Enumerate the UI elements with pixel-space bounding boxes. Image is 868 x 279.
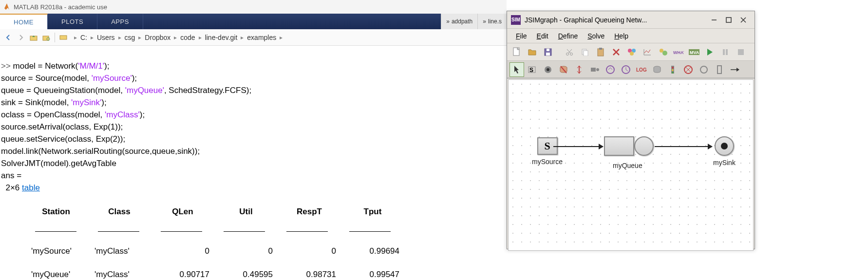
chevron-right-icon: ▸ [117,34,123,41]
select-tool[interactable] [509,62,524,77]
class-switch-tool[interactable] [650,62,664,77]
matlab-title: MATLAB R2018a - academic use [14,3,107,11]
chevron-right-icon: ▸ [73,34,78,41]
node-sink[interactable]: mySink [713,136,736,167]
run-button[interactable] [702,45,717,59]
scaler-tool[interactable] [681,62,696,77]
transition-tool[interactable] [712,62,727,77]
connect-icon [730,67,740,73]
stop-button[interactable] [734,45,748,59]
result-table: StationClassQLenUtilRespTTput 'mySource'… [24,194,506,279]
svg-point-41 [672,67,674,69]
whatif-icon: WHAT [673,48,684,56]
tab-plots[interactable]: PLOTS [48,14,97,29]
crumb-dropbox[interactable]: Dropbox [143,34,172,41]
join-tool[interactable] [587,62,602,77]
drive-icon [59,34,67,41]
new-button[interactable] [509,45,524,59]
browse-button[interactable] [41,32,52,43]
jsim-app-icon: SIM [511,15,521,25]
jsim-toolbar-2: S LOG [507,61,755,78]
semaphore-tool[interactable] [665,62,680,77]
svg-point-36 [606,66,614,74]
whatif-button[interactable]: WHAT [671,45,686,59]
svg-rect-15 [599,48,602,50]
chevron-right-icon: ▸ [172,34,178,41]
menu-solve[interactable]: Solve [583,30,609,42]
jsim-window: SIM JSIMgraph - Graphical Queueing Netw.… [507,11,755,249]
delay-tool[interactable] [619,62,633,77]
router-tool[interactable] [603,62,618,77]
mva-button[interactable]: MVA [687,45,701,59]
forward-button[interactable] [16,32,26,43]
svg-rect-1 [43,36,49,40]
menu-define[interactable]: Define [553,30,583,42]
save-icon [544,48,552,56]
crumb-users[interactable]: Users [95,34,117,41]
svg-rect-5 [726,18,731,22]
td: 0.90717 [151,269,214,279]
td: 0.49595 [214,269,278,279]
node-queue-server[interactable] [634,136,654,156]
tab-home[interactable]: HOME [0,14,48,29]
maximize-button[interactable] [721,13,736,27]
edge-source-queue [553,146,603,147]
pause-button[interactable] [718,45,733,59]
crumb-linedev[interactable]: line-dev.git [203,34,240,41]
navbar: ▸ C:▸ Users▸ csg▸ Dropbox▸ code▸ line-de… [0,29,507,46]
save-button[interactable] [541,45,555,59]
qa-addpath[interactable]: »addpath [441,14,477,29]
fcr-tool[interactable] [556,62,571,77]
paste-icon [597,48,604,56]
svg-point-30 [547,68,549,71]
td: 0.98731 [278,269,341,279]
chevron-icon: » [446,18,450,25]
plot-button[interactable] [640,45,655,59]
place-tool[interactable] [697,62,711,77]
source-tool[interactable]: S [525,62,540,77]
jsim-toolbar-1: WHAT MVA [507,43,755,61]
drive-button[interactable] [58,32,69,43]
copy-button[interactable] [578,45,592,59]
classes-button[interactable] [624,45,639,59]
separator [55,33,55,42]
fork-tool[interactable] [572,62,586,77]
logger-tool[interactable]: LOG [634,62,649,77]
connect-tool[interactable] [728,62,742,77]
menu-edit[interactable]: Edit [532,30,553,42]
jsim-canvas[interactable]: S mySource myQueue mySink [508,79,754,251]
delete-button[interactable] [609,45,623,59]
svg-rect-3 [60,36,67,39]
svg-rect-46 [717,66,721,74]
regions-button[interactable] [656,45,670,59]
tab-apps[interactable]: APPS [97,14,143,29]
node-queue-service[interactable] [604,136,634,156]
svg-text:S: S [529,67,533,74]
sink-tool[interactable] [541,62,555,77]
place-icon [699,65,708,74]
qa-line[interactable]: »line.s [477,14,507,29]
table-link[interactable]: table [22,183,40,192]
paste-button[interactable] [593,45,608,59]
crumb-csg[interactable]: csg [123,34,137,41]
back-button[interactable] [3,32,14,43]
mva-icon: MVA [689,48,699,56]
router-icon [606,65,615,74]
crumb-code[interactable]: code [178,34,197,41]
open-button[interactable] [525,45,540,59]
crumb-examples[interactable]: examples [245,34,278,41]
close-button[interactable] [736,13,751,27]
menu-help[interactable]: Help [609,30,633,42]
up-folder-button[interactable] [28,32,39,43]
command-window[interactable]: >> model = Network('M/M/1'); source = So… [0,46,507,279]
crumb-c[interactable]: C: [78,34,89,41]
chevron-icon: » [483,18,486,25]
th-util: Util [214,206,278,218]
logger-icon: LOG [636,66,647,73]
cut-button[interactable] [562,45,577,59]
prompt: >> [1,61,11,71]
minimize-button[interactable] [707,13,721,27]
menu-file[interactable]: File [511,30,532,42]
node-source[interactable]: S mySource [532,137,563,166]
svg-point-11 [570,53,573,55]
